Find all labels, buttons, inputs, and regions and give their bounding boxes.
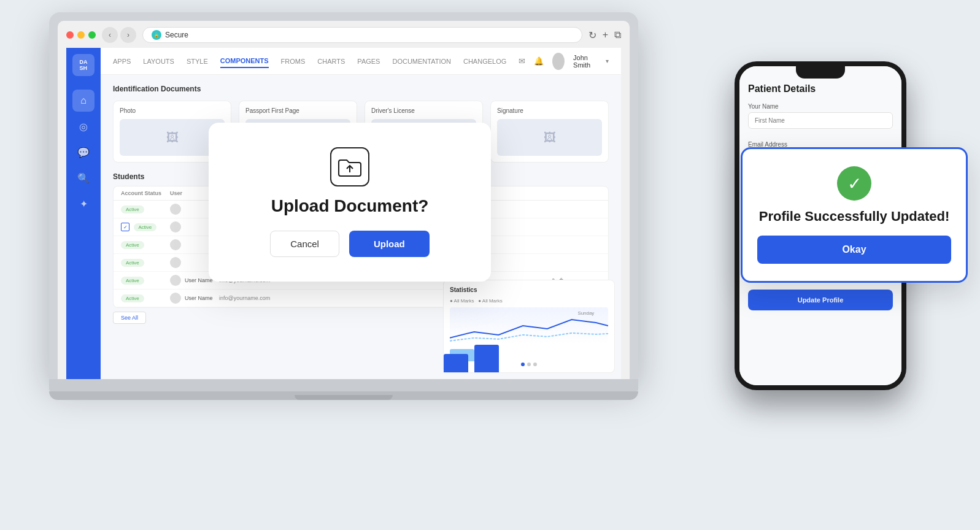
status-badge: Active [121,241,144,249]
stats-title: Statistics [450,286,608,293]
checkbox-icon[interactable]: ✓ [121,223,129,231]
browser-actions: ↻ + ⧉ [588,29,621,41]
upload-folder-icon [330,147,369,186]
success-title: Profile Successfully Updated! [759,208,950,226]
laptop-foot [295,395,393,400]
sidebar-item-settings[interactable]: ✦ [72,193,95,215]
traffic-lights [66,31,96,39]
nav-style[interactable]: STYLE [187,55,208,67]
sidebar-item-chart[interactable]: ◎ [72,115,95,137]
checkmark: ✓ [847,174,862,194]
cancel-button[interactable]: Cancel [270,231,339,257]
traffic-light-close[interactable] [66,31,74,39]
row-status: Active [121,206,170,212]
id-doc-photo-label: Photo [120,107,225,114]
row-status: Active [121,242,170,248]
nav-docs[interactable]: DOCUMENTATION [392,55,451,67]
forward-button[interactable]: › [120,27,136,43]
avatar [170,221,181,232]
success-checkmark-icon: ✓ [837,166,871,201]
patient-details-title: Patient Details [748,83,893,94]
top-nav-right: ✉ 🔔 John Smith ▾ [519,53,609,70]
nav-components[interactable]: COMPONENTS [220,55,269,68]
user-dropdown-icon[interactable]: ▾ [606,58,609,64]
row-status: Active [121,295,170,301]
nav-pages[interactable]: PAGES [357,55,380,67]
traffic-light-maximize[interactable] [88,31,96,39]
username: User Name [185,277,213,283]
nav-charts[interactable]: CHARTS [317,55,345,67]
username: User Name [185,295,213,301]
laptop-bottom [49,379,638,391]
update-profile-button[interactable]: Update Profile [748,290,893,310]
col-account-status: Account Status [121,190,170,196]
row-user: User Name [170,293,219,304]
sidebar-logo: DASH [72,54,95,76]
status-badge: Active [121,277,144,285]
see-all-button[interactable]: See All [113,312,146,324]
avatar [170,239,181,250]
address-bar[interactable]: 🔒 Secure [142,27,582,43]
avatar [170,204,181,215]
okay-button[interactable]: Okay [757,236,951,264]
browser-nav: ‹ › [102,27,136,43]
nav-layouts[interactable]: LAYOUTS [143,55,174,67]
id-doc-signature-label: Signature [497,107,602,114]
status-badge: Active [134,223,157,231]
mail-icon[interactable]: ✉ [519,56,525,66]
nav-changelog[interactable]: CHANGELOG [463,55,506,67]
upload-dialog: Upload Document? Cancel Upload [209,123,491,282]
name-label: Your Name [748,103,893,110]
row-status: ✓ Active [121,223,170,231]
back-button[interactable]: ‹ [102,27,118,43]
lock-icon: 🔒 [152,30,161,40]
id-doc-signature-placeholder: 🖼 [497,119,602,156]
avatar [170,293,181,304]
row-status: Active [121,259,170,266]
dialog-buttons: Cancel Upload [270,231,430,257]
row-status: Active [121,277,170,283]
status-badge: Active [121,259,144,267]
stats-chart: Sunday 20100 [450,307,608,334]
bell-icon[interactable]: 🔔 [534,56,544,66]
stats-legend-2: ● All Marks [478,298,503,304]
traffic-light-minimize[interactable] [77,31,85,39]
stats-section: Statistics ● All Marks ● All Marks Sunda… [443,280,615,334]
status-badge: Active [121,294,144,302]
laptop-base [49,391,638,400]
name-input[interactable] [748,112,893,129]
sidebar-item-home[interactable]: ⌂ [72,90,95,112]
id-doc-license-label: Driver's License [371,107,476,114]
refresh-icon[interactable]: ↻ [588,29,596,41]
top-nav: APPS LAYOUTS STYLE COMPONENTS FROMS CHAR… [101,48,621,75]
id-docs-title: Identification Documents [113,85,609,93]
id-doc-signature: Signature 🖼 [490,101,609,163]
phone-notch [796,66,845,79]
copy-icon[interactable]: ⧉ [614,29,621,41]
stats-legend-1: ● All Marks [450,298,474,304]
address-text: Secure [165,31,188,39]
success-card: ✓ Profile Successfully Updated! Okay [741,147,968,283]
avatar [170,275,181,286]
form-group-name: Your Name [748,103,893,135]
user-name: John Smith [573,54,597,69]
browser-toolbar: ‹ › 🔒 Secure ↻ + ⧉ [66,27,621,43]
sidebar-item-search[interactable]: 🔍 [72,167,95,189]
sidebar-item-chat[interactable]: 💬 [72,141,95,163]
nav-apps[interactable]: APPS [113,55,131,67]
svg-text:Sunday: Sunday [577,310,594,316]
new-tab-icon[interactable]: + [603,29,608,41]
avatar [170,257,181,268]
upload-title: Upload Document? [271,196,429,216]
id-doc-passport-label: Passport First Page [245,107,350,114]
sidebar: DASH ⌂ ◎ 💬 🔍 ✦ [66,48,101,379]
upload-button[interactable]: Upload [349,231,430,257]
status-badge: Active [121,205,144,213]
nav-froms[interactable]: FROMS [281,55,306,67]
user-avatar [552,53,565,70]
